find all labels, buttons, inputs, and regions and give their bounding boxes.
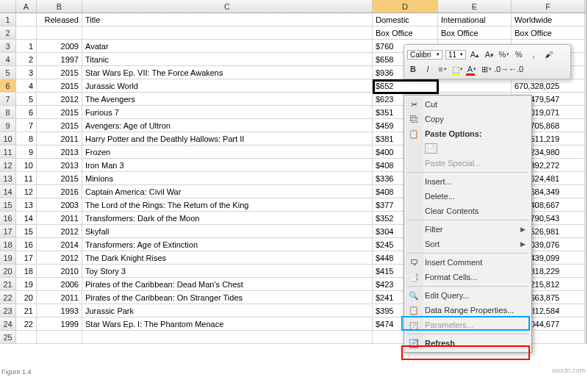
menu-copy[interactable]: ⿻Copy	[404, 112, 531, 126]
cell[interactable]: Furious 7	[82, 106, 373, 118]
cell[interactable]: 15	[16, 225, 37, 237]
cell[interactable]: 5	[16, 93, 37, 105]
cell[interactable]: The Lord of the Rings: The Return of the…	[82, 198, 373, 211]
menu-paste-options[interactable]: 📋Paste Options:	[404, 126, 531, 141]
row-header[interactable]: 24	[0, 317, 16, 330]
menu-clear-contents[interactable]: Clear Contents	[404, 204, 531, 218]
menu-insert[interactable]: Insert...	[404, 174, 531, 189]
border-button[interactable]: ⊞	[481, 63, 492, 75]
cell[interactable]: Released	[37, 13, 82, 26]
cell[interactable]: 19	[16, 278, 37, 290]
cell[interactable]: Frozen	[82, 146, 373, 158]
cell[interactable]: 2016	[37, 185, 82, 198]
cell[interactable]: 2015	[37, 79, 82, 92]
cell[interactable]: Captain America: Civil War	[82, 185, 373, 198]
cell[interactable]: 3	[16, 66, 37, 79]
row-header[interactable]: 3	[0, 40, 16, 52]
row-header[interactable]: 9	[0, 119, 16, 132]
cell[interactable]: Harry Potter and the Deathly Hallows: Pa…	[82, 132, 373, 145]
row-header[interactable]: 12	[0, 159, 16, 171]
cell[interactable]: 1	[16, 40, 37, 52]
cell[interactable]: 1997	[37, 53, 82, 65]
cell[interactable]: Box Office	[512, 26, 585, 39]
cell[interactable]: Toy Story 3	[82, 265, 373, 277]
cell[interactable]: Pirates of the Caribbean: Dead Man's Che…	[82, 278, 373, 290]
bold-button[interactable]: B	[407, 63, 419, 75]
decrease-decimal-button[interactable]: ←.0	[510, 63, 522, 75]
cell[interactable]: 670,328,025	[512, 79, 585, 92]
menu-filter[interactable]: Filter▶	[404, 222, 531, 237]
cell[interactable]	[16, 13, 37, 26]
cell[interactable]: Titanic	[82, 53, 373, 65]
increase-decimal-button[interactable]: .0→	[495, 63, 507, 75]
menu-refresh[interactable]: 🔄Refresh	[404, 336, 531, 351]
cell[interactable]: 16	[16, 238, 37, 251]
cell[interactable]: Minions	[82, 172, 373, 184]
cell[interactable]: 1993	[37, 304, 82, 317]
cell[interactable]: Avatar	[82, 40, 373, 52]
cell[interactable]: 18	[16, 265, 37, 277]
cell[interactable]: 22	[16, 317, 37, 330]
cell[interactable]: Jurassic World	[82, 79, 373, 92]
cell[interactable]: Jurassic Park	[82, 304, 373, 317]
grow-font-icon[interactable]: A▴	[469, 49, 481, 60]
cell[interactable]	[16, 26, 37, 39]
cell[interactable]: Title	[82, 13, 373, 26]
cell[interactable]: 13	[16, 198, 37, 211]
cell[interactable]: 14	[16, 212, 37, 224]
menu-cut[interactable]: ✂Cut	[404, 97, 531, 112]
menu-insert-comment[interactable]: 🗨Insert Comment	[404, 255, 531, 270]
menu-format-cells[interactable]: 📑Format Cells...	[404, 270, 531, 284]
cell[interactable]: 2	[16, 53, 37, 65]
menu-data-range-properties[interactable]: 📋Data Range Properties...	[404, 303, 531, 317]
row-header[interactable]: 22	[0, 291, 16, 304]
cell[interactable]: 2015	[37, 66, 82, 79]
cell[interactable]: 2012	[37, 225, 82, 237]
cell[interactable]: 21	[16, 304, 37, 317]
cell[interactable]: 2010	[37, 265, 82, 277]
cell[interactable]: Avengers: Age of Ultron	[82, 119, 373, 132]
row-header[interactable]: 17	[0, 225, 16, 237]
row-header[interactable]: 2	[0, 26, 16, 39]
row-header[interactable]: 10	[0, 132, 16, 145]
row-header[interactable]: 6	[0, 79, 16, 92]
cell[interactable]: 2013	[37, 159, 82, 171]
row-header[interactable]: 16	[0, 212, 16, 224]
cell[interactable]: Iron Man 3	[82, 159, 373, 171]
row-header[interactable]: 5	[0, 66, 16, 79]
cell[interactable]: 2012	[37, 251, 82, 264]
row-header[interactable]: 15	[0, 198, 16, 211]
italic-button[interactable]: I	[422, 63, 434, 75]
cell[interactable]: Pirates of the Caribbean: On Stranger Ti…	[82, 291, 373, 304]
cell[interactable]: 10	[16, 159, 37, 171]
menu-sort[interactable]: Sort▶	[404, 237, 531, 251]
col-header-A[interactable]: A	[16, 0, 37, 12]
cell[interactable]: 12	[16, 185, 37, 198]
row-header[interactable]: 7	[0, 93, 16, 105]
cell[interactable]: 2013	[37, 146, 82, 158]
fill-color-button[interactable]: ⬚	[451, 63, 463, 75]
currency-button[interactable]: %	[498, 49, 510, 60]
row-header[interactable]: 13	[0, 172, 16, 184]
cell[interactable]: 2014	[37, 238, 82, 251]
cell[interactable]: 6	[16, 106, 37, 118]
cell[interactable]: Star Wars Ep. VII: The Force Awakens	[82, 66, 373, 79]
shrink-font-icon[interactable]: A▾	[484, 49, 495, 60]
align-button[interactable]: ≡	[437, 63, 448, 75]
font-color-button[interactable]: A	[466, 63, 478, 75]
cell[interactable]: Star Wars Ep. I: The Phantom Menace	[82, 317, 373, 330]
col-header-C[interactable]: C	[82, 0, 373, 12]
cell[interactable]: 2011	[37, 132, 82, 145]
cell[interactable]: Skyfall	[82, 225, 373, 237]
percent-button[interactable]: %	[513, 49, 525, 60]
row-header[interactable]: 18	[0, 238, 16, 251]
cell[interactable]: The Dark Knight Rises	[82, 251, 373, 264]
row-header[interactable]: 4	[0, 53, 16, 65]
menu-edit-query[interactable]: 🔍Edit Query...	[404, 288, 531, 303]
comma-button[interactable]: ,	[528, 49, 539, 60]
row-header[interactable]: 21	[0, 278, 16, 290]
cell[interactable]: 2015	[37, 172, 82, 184]
cell[interactable]: Box Office	[438, 26, 512, 39]
cell[interactable]: 20	[16, 291, 37, 304]
row-header[interactable]: 19	[0, 251, 16, 264]
